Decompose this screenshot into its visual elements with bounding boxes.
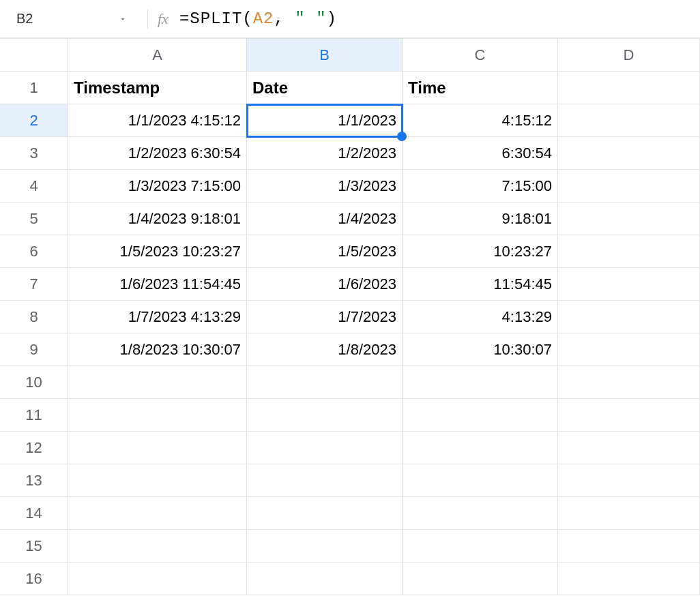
cell-C1[interactable]: Time	[403, 72, 558, 104]
cell-C4[interactable]: 7:15:00	[403, 170, 558, 202]
cell-B16[interactable]	[247, 562, 403, 595]
cell-D6[interactable]	[558, 235, 700, 268]
cell-A3[interactable]: 1/2/2023 6:30:54	[68, 137, 247, 170]
column-header-C[interactable]: C	[403, 39, 558, 72]
cell-D12[interactable]	[558, 432, 700, 464]
cell-B12[interactable]	[247, 432, 403, 464]
row-header-7[interactable]: 7	[0, 268, 68, 301]
cell-A6[interactable]: 1/5/2023 10:23:27	[68, 235, 247, 268]
formula-bar: B2 fx =SPLIT(A2, " ")	[0, 0, 700, 38]
formula-eq: =	[179, 10, 190, 28]
name-box-container: B2	[5, 0, 143, 38]
cell-D11[interactable]	[558, 399, 700, 432]
cell-D16[interactable]	[558, 562, 700, 595]
cell-D2[interactable]	[558, 104, 700, 137]
spreadsheet-grid: ABCD1TimestampDateTime21/1/2023 4:15:121…	[0, 38, 700, 595]
name-box[interactable]: B2	[16, 11, 33, 27]
formula-fn: SPLIT	[190, 10, 242, 28]
cell-B5[interactable]: 1/4/2023	[247, 202, 403, 235]
cell-B2[interactable]: 1/1/2023	[247, 104, 403, 137]
cell-A4[interactable]: 1/3/2023 7:15:00	[68, 170, 247, 202]
formula-q2: "	[316, 10, 326, 28]
cell-B13[interactable]	[247, 464, 403, 497]
cell-B3[interactable]: 1/2/2023	[247, 137, 403, 170]
row-header-4[interactable]: 4	[0, 170, 68, 202]
formula-q1: "	[295, 10, 305, 28]
cell-A2[interactable]: 1/1/2023 4:15:12	[68, 104, 247, 137]
cell-C8[interactable]: 4:13:29	[403, 301, 558, 333]
cell-B15[interactable]	[247, 530, 403, 562]
cell-C9[interactable]: 10:30:07	[403, 333, 558, 366]
row-header-15[interactable]: 15	[0, 530, 68, 562]
cell-D3[interactable]	[558, 137, 700, 170]
column-header-D[interactable]: D	[558, 39, 700, 72]
cell-D9[interactable]	[558, 333, 700, 366]
cell-A11[interactable]	[68, 399, 247, 432]
row-header-3[interactable]: 3	[0, 137, 68, 170]
cell-B10[interactable]	[247, 366, 403, 399]
cell-C14[interactable]	[403, 497, 558, 530]
cell-D8[interactable]	[558, 301, 700, 333]
cell-D10[interactable]	[558, 366, 700, 399]
cell-D15[interactable]	[558, 530, 700, 562]
cell-C16[interactable]	[403, 562, 558, 595]
formula-ref: A2	[253, 10, 274, 28]
row-header-9[interactable]: 9	[0, 333, 68, 366]
cell-C12[interactable]	[403, 432, 558, 464]
cell-B7[interactable]: 1/6/2023	[247, 268, 403, 301]
cell-A9[interactable]: 1/8/2023 10:30:07	[68, 333, 247, 366]
cell-D14[interactable]	[558, 497, 700, 530]
row-header-8[interactable]: 8	[0, 301, 68, 333]
select-all-corner[interactable]	[0, 39, 68, 72]
row-header-6[interactable]: 6	[0, 235, 68, 268]
cell-A15[interactable]	[68, 530, 247, 562]
row-header-1[interactable]: 1	[0, 72, 68, 104]
row-header-16[interactable]: 16	[0, 562, 68, 595]
column-header-A[interactable]: A	[68, 39, 247, 72]
row-header-14[interactable]: 14	[0, 497, 68, 530]
cell-D5[interactable]	[558, 202, 700, 235]
cell-A7[interactable]: 1/6/2023 11:54:45	[68, 268, 247, 301]
cell-B9[interactable]: 1/8/2023	[247, 333, 403, 366]
vertical-divider	[147, 10, 148, 29]
cell-A10[interactable]	[68, 366, 247, 399]
cell-D7[interactable]	[558, 268, 700, 301]
cell-C2[interactable]: 4:15:12	[403, 104, 558, 137]
cell-A1[interactable]: Timestamp	[68, 72, 247, 104]
cell-B6[interactable]: 1/5/2023	[247, 235, 403, 268]
cell-B1[interactable]: Date	[247, 72, 403, 104]
cell-A13[interactable]	[68, 464, 247, 497]
cell-A12[interactable]	[68, 432, 247, 464]
name-box-dropdown-icon[interactable]	[119, 15, 127, 23]
row-header-10[interactable]: 10	[0, 366, 68, 399]
cell-A16[interactable]	[68, 562, 247, 595]
cell-C7[interactable]: 11:54:45	[403, 268, 558, 301]
cell-C15[interactable]	[403, 530, 558, 562]
formula-open: (	[242, 10, 252, 28]
column-header-B[interactable]: B	[247, 39, 403, 72]
cell-C3[interactable]: 6:30:54	[403, 137, 558, 170]
formula-close: )	[327, 10, 337, 28]
cell-B8[interactable]: 1/7/2023	[247, 301, 403, 333]
row-header-11[interactable]: 11	[0, 399, 68, 432]
row-header-13[interactable]: 13	[0, 464, 68, 497]
cell-A14[interactable]	[68, 497, 247, 530]
cell-C10[interactable]	[403, 366, 558, 399]
formula-comma: ,	[274, 10, 295, 28]
cell-D1[interactable]	[558, 72, 700, 104]
cell-C11[interactable]	[403, 399, 558, 432]
cell-B11[interactable]	[247, 399, 403, 432]
row-header-2[interactable]: 2	[0, 104, 68, 137]
row-header-12[interactable]: 12	[0, 432, 68, 464]
cell-D4[interactable]	[558, 170, 700, 202]
cell-B14[interactable]	[247, 497, 403, 530]
cell-C6[interactable]: 10:23:27	[403, 235, 558, 268]
cell-C5[interactable]: 9:18:01	[403, 202, 558, 235]
cell-A8[interactable]: 1/7/2023 4:13:29	[68, 301, 247, 333]
cell-C13[interactable]	[403, 464, 558, 497]
cell-A5[interactable]: 1/4/2023 9:18:01	[68, 202, 247, 235]
cell-B4[interactable]: 1/3/2023	[247, 170, 403, 202]
formula-input[interactable]: =SPLIT(A2, " ")	[179, 10, 337, 28]
cell-D13[interactable]	[558, 464, 700, 497]
row-header-5[interactable]: 5	[0, 202, 68, 235]
